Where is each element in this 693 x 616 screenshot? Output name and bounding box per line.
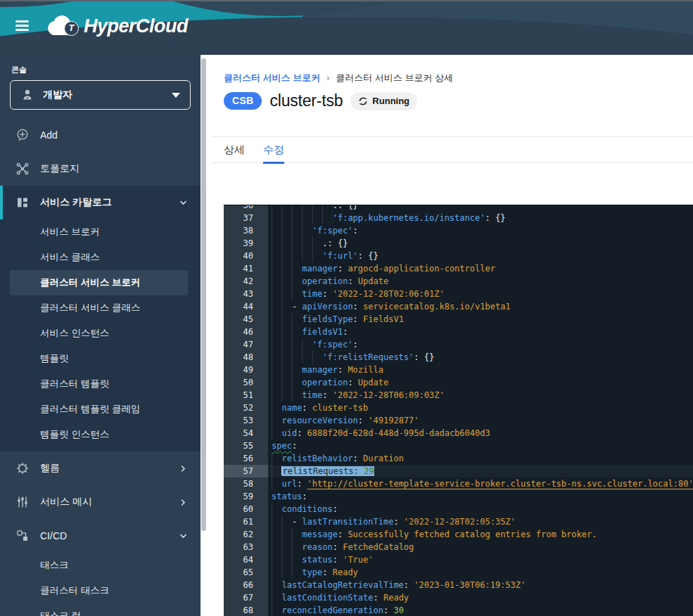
editor-line[interactable]: 36 .: {}: [224, 205, 693, 212]
line-text[interactable]: manager: argocd-application-controller: [268, 262, 693, 275]
console-label: 콘솔: [11, 65, 201, 75]
line-text[interactable]: status: 'True': [268, 553, 693, 566]
line-text[interactable]: uid: 6888f20d-628d-448d-995d-dadacb6040d…: [268, 427, 693, 439]
editor-line[interactable]: 47 'f:spec':: [224, 338, 693, 351]
sidebar-item-task[interactable]: 태스크: [0, 553, 201, 578]
line-text[interactable]: .: {}: [268, 237, 693, 250]
line-text[interactable]: 'f:app.kubernetes.io/instance': {}: [268, 212, 693, 224]
line-text[interactable]: lastCatalogRetrievalTime: '2023-01-30T06…: [268, 579, 693, 591]
editor-line[interactable]: 49 manager: Mozilla: [224, 364, 693, 376]
editor-line[interactable]: 38 'f:spec':: [224, 224, 693, 237]
line-text[interactable]: - apiVersion: servicecatalog.k8s.io/v1be…: [268, 300, 693, 313]
yaml-editor[interactable]: 36 .: {}37 'f:app.kubernetes.io/instance…: [224, 205, 693, 616]
sidebar-item-task-run[interactable]: 태스크 런: [0, 603, 201, 616]
editor-line[interactable]: 61 - lastTransitionTime: '2022-12-28T02:…: [224, 515, 693, 528]
line-text[interactable]: manager: Mozilla: [268, 364, 693, 376]
editor-line[interactable]: 43 time: '2022-12-28T02:06:01Z': [224, 288, 693, 300]
menu-toggle-button[interactable]: [15, 20, 31, 33]
line-text[interactable]: operation: Update: [268, 376, 693, 389]
sidebar-scrollbar[interactable]: [201, 55, 211, 616]
sidebar-item-topology[interactable]: 토폴로지: [0, 152, 201, 186]
editor-line[interactable]: 67 lastConditionState: Ready: [224, 591, 693, 604]
editor-line[interactable]: 59status:: [224, 490, 693, 503]
editor-line[interactable]: 46 fieldsV1:: [224, 326, 693, 338]
chevron-down-icon: [179, 198, 188, 207]
tab-edit[interactable]: 수정: [263, 137, 284, 164]
token-ws: [272, 338, 312, 351]
sidebar-scrollbar-thumb[interactable]: [201, 58, 206, 531]
editor-line[interactable]: 55spec:: [224, 439, 693, 452]
editor-line[interactable]: 48 'f:relistRequests': {}: [224, 351, 693, 364]
line-text[interactable]: time: '2022-12-28T06:09:03Z': [268, 389, 693, 402]
editor-line[interactable]: 44 - apiVersion: servicecatalog.k8s.io/v…: [224, 300, 693, 313]
editor-line[interactable]: 64 status: 'True': [224, 553, 693, 566]
line-text[interactable]: operation: Update: [268, 275, 693, 288]
line-text[interactable]: name: cluster-tsb: [268, 402, 693, 414]
line-number: 60: [224, 503, 268, 515]
sidebar-item-service-broker[interactable]: 서비스 브로커: [0, 219, 201, 245]
editor-line[interactable]: 53 resourceVersion: '49192877': [224, 414, 693, 427]
line-text[interactable]: resourceVersion: '49192877': [268, 414, 693, 427]
line-text[interactable]: 'f:spec':: [268, 338, 693, 351]
sidebar-item-service-catalog[interactable]: 서비스 카탈로그: [0, 186, 201, 219]
sidebar-item-template-instance[interactable]: 템플릿 인스턴스: [0, 422, 201, 447]
sidebar-item-cicd[interactable]: CI/CD: [0, 519, 201, 553]
line-text[interactable]: reconciledGeneration: 30: [268, 604, 693, 616]
editor-line[interactable]: 57 relistRequests: 29: [224, 465, 693, 477]
editor-line[interactable]: 68 reconciledGeneration: 30: [224, 604, 693, 616]
editor-line[interactable]: 56 relistBehavior: Duration: [224, 452, 693, 465]
editor-line[interactable]: 37 'f:app.kubernetes.io/instance': {}: [224, 212, 693, 224]
app-logo[interactable]: T HyperCloud: [46, 8, 188, 44]
token-ws: [272, 427, 281, 439]
perspective-select[interactable]: 개발자: [10, 80, 191, 110]
sidebar-item-service-class[interactable]: 서비스 클래스: [0, 245, 201, 270]
editor-line[interactable]: 58 url: 'http://cluster-template-service…: [224, 477, 693, 490]
sidebar-item-cluster-template[interactable]: 클러스터 템플릿: [0, 371, 201, 397]
line-text[interactable]: 'f:spec':: [268, 224, 693, 237]
editor-line[interactable]: 42 operation: Update: [224, 275, 693, 288]
editor-line[interactable]: 51 time: '2022-12-28T06:09:03Z': [224, 389, 693, 402]
token-k: message: [302, 530, 338, 539]
line-text[interactable]: spec:: [268, 439, 693, 452]
line-text[interactable]: lastConditionState: Ready: [268, 591, 693, 604]
breadcrumb-link[interactable]: 클러스터 서비스 브로커: [224, 72, 320, 84]
editor-line[interactable]: 54 uid: 6888f20d-628d-448d-995d-dadacb60…: [224, 427, 693, 439]
line-text[interactable]: - lastTransitionTime: '2022-12-28T02:05:…: [268, 515, 693, 528]
line-text[interactable]: relistBehavior: Duration: [268, 452, 693, 465]
editor-line[interactable]: 50 operation: Update: [224, 376, 693, 389]
line-text[interactable]: fieldsType: FieldsV1: [268, 313, 693, 326]
line-text[interactable]: message: Successfully fetched catalog en…: [268, 528, 693, 541]
sidebar-item-service-instance[interactable]: 서비스 인스턴스: [0, 321, 201, 346]
editor-line[interactable]: 41 manager: argocd-application-controlle…: [224, 262, 693, 275]
sidebar-item-cluster-task[interactable]: 클러스터 태스크: [0, 578, 201, 603]
editor-line[interactable]: 40 'f:url': {}: [224, 250, 693, 262]
sidebar-item-cluster-template-claim[interactable]: 클러스터 템플릿 클레임: [0, 397, 201, 422]
line-text[interactable]: .: {}: [268, 205, 693, 212]
line-text[interactable]: 'f:url': {}: [268, 250, 693, 262]
editor-line[interactable]: 60 conditions:: [224, 503, 693, 515]
sidebar-item-add[interactable]: Add: [0, 118, 201, 152]
line-text[interactable]: time: '2022-12-28T02:06:01Z': [268, 288, 693, 300]
sidebar-item-cluster-service-broker[interactable]: 클러스터 서비스 브로커: [10, 270, 188, 295]
editor-line[interactable]: 52 name: cluster-tsb: [224, 402, 693, 414]
line-text[interactable]: conditions:: [268, 503, 693, 515]
sidebar-item-helm[interactable]: 헬름: [0, 451, 201, 485]
editor-line[interactable]: 66 lastCatalogRetrievalTime: '2023-01-30…: [224, 579, 693, 591]
sidebar-item-service-mesh[interactable]: 서비스 메시: [0, 485, 201, 519]
line-text[interactable]: url: 'http://cluster-template-service-br…: [268, 477, 693, 490]
line-text[interactable]: status:: [268, 490, 693, 503]
sidebar-item-cluster-service-class[interactable]: 클러스터 서비스 클래스: [0, 295, 201, 321]
line-text[interactable]: fieldsV1:: [268, 326, 693, 338]
editor-line[interactable]: 62 message: Successfully fetched catalog…: [224, 528, 693, 541]
sidebar-item-template[interactable]: 템플릿: [0, 346, 201, 371]
token-ws: [272, 376, 302, 389]
line-text[interactable]: reason: FetchedCatalog: [268, 541, 693, 553]
line-text[interactable]: 'f:relistRequests': {}: [268, 351, 693, 364]
editor-line[interactable]: 63 reason: FetchedCatalog: [224, 541, 693, 553]
editor-line[interactable]: 39 .: {}: [224, 237, 693, 250]
line-text[interactable]: relistRequests: 29: [268, 465, 693, 477]
editor-line[interactable]: 65 type: Ready: [224, 566, 693, 579]
tab-detail[interactable]: 상세: [224, 137, 245, 162]
line-text[interactable]: type: Ready: [268, 566, 693, 579]
editor-line[interactable]: 45 fieldsType: FieldsV1: [224, 313, 693, 326]
